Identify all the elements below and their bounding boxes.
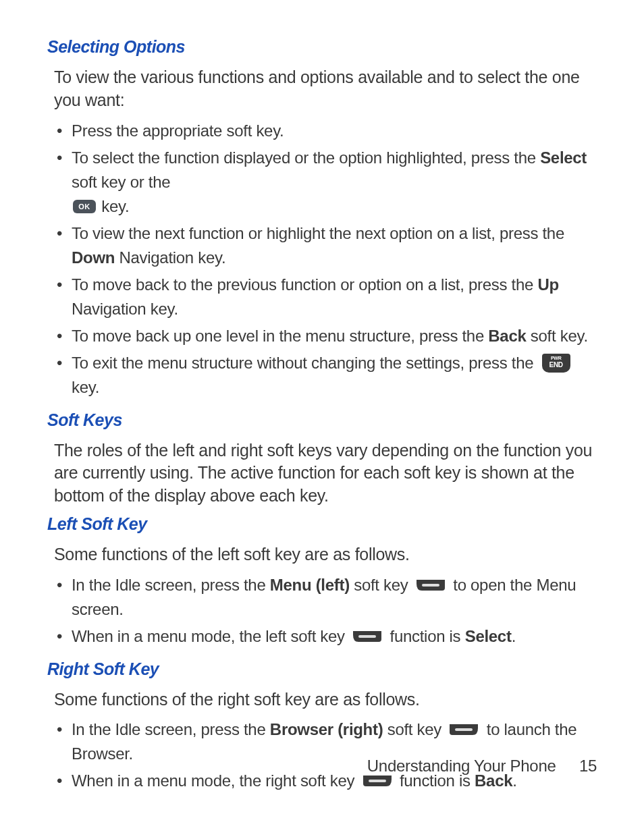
right-soft-key-icon	[362, 774, 393, 788]
heading-soft-keys: Soft Keys	[47, 410, 597, 430]
footer-section-title: Understanding Your Phone	[367, 757, 556, 775]
text: When in a menu mode, the right soft key	[72, 771, 359, 790]
text: To select the function displayed or the …	[72, 148, 540, 167]
list-item: When in a menu mode, the left soft key f…	[54, 624, 597, 649]
footer-page-number: 15	[579, 757, 597, 775]
text: Navigation key.	[115, 248, 225, 267]
heading-left-soft-key: Left Soft Key	[47, 514, 597, 534]
text: Press the appropriate soft key.	[72, 121, 284, 140]
bold-select: Select	[540, 148, 587, 167]
list-right-soft-key: In the Idle screen, press the Browser (r…	[54, 717, 597, 793]
list-item: To move back up one level in the menu st…	[54, 324, 597, 348]
heading-right-soft-key: Right Soft Key	[47, 659, 597, 679]
list-item: Press the appropriate soft key.	[54, 119, 597, 143]
text: soft key	[383, 720, 446, 738]
end-pwr-key-icon	[542, 354, 570, 373]
list-item: To view the next function or highlight t…	[54, 221, 597, 270]
text: .	[512, 627, 516, 645]
ok-key-icon	[73, 200, 96, 213]
text: soft key	[350, 576, 412, 594]
text: To move back up one level in the menu st…	[72, 327, 488, 345]
list-item: To move back to the previous function or…	[54, 273, 597, 321]
text: key.	[72, 378, 99, 396]
text: key.	[97, 197, 129, 215]
list-left-soft-key: In the Idle screen, press the Menu (left…	[54, 573, 597, 649]
bold-browser-right: Browser (right)	[270, 720, 383, 738]
intro-selecting-options: To view the various functions and option…	[54, 66, 597, 112]
bold-menu-left: Menu (left)	[270, 576, 350, 594]
bold-down: Down	[72, 248, 115, 267]
list-item: To exit the menu structure without chang…	[54, 351, 597, 400]
text: soft key or the	[72, 173, 170, 191]
text: When in a menu mode, the left soft key	[72, 627, 349, 645]
text: Navigation key.	[72, 300, 178, 318]
page-footer: Understanding Your Phone 15	[367, 757, 597, 776]
left-soft-key-icon	[415, 578, 446, 592]
list-item: In the Idle screen, press the Menu (left…	[54, 573, 597, 622]
bold-up: Up	[537, 275, 558, 294]
para-soft-keys: The roles of the left and right soft key…	[54, 439, 597, 508]
list-selecting-options: Press the appropriate soft key. To selec…	[54, 119, 597, 400]
text: function is	[390, 627, 465, 645]
heading-selecting-options: Selecting Options	[47, 37, 597, 57]
text: In the Idle screen, press the	[72, 576, 270, 594]
svg-rect-0	[422, 584, 439, 587]
text: In the Idle screen, press the	[72, 720, 270, 738]
svg-rect-3	[369, 780, 386, 782]
text: To view the next function or highlight t…	[72, 224, 564, 242]
text: To exit the menu structure without chang…	[72, 354, 538, 372]
text: To move back to the previous function or…	[72, 275, 537, 294]
svg-rect-1	[358, 635, 376, 638]
bold-select: Select	[465, 627, 512, 645]
svg-rect-2	[455, 728, 473, 731]
left-soft-key-icon	[352, 630, 383, 643]
bold-back: Back	[488, 327, 526, 345]
para-right-soft-key: Some functions of the right soft key are…	[54, 688, 597, 711]
text: soft key.	[527, 327, 588, 345]
list-item: To select the function displayed or the …	[54, 146, 597, 219]
para-left-soft-key: Some functions of the left soft key are …	[54, 543, 597, 566]
right-soft-key-icon	[448, 723, 479, 736]
